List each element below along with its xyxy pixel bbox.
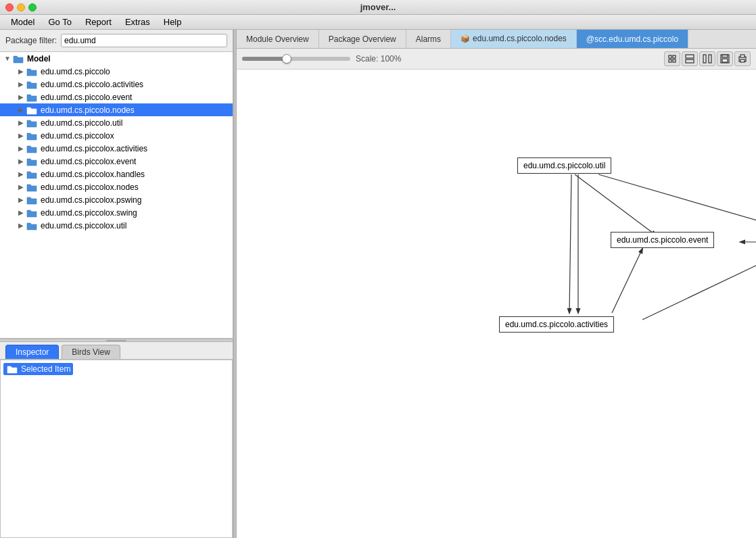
scale-value: 100% [381,54,402,64]
right-panel: Module Overview Package Overview Alarms … [237,30,756,538]
folder-icon-event [26,93,38,102]
tree-label-px-util: edu.umd.cs.piccolox.util [41,221,126,230]
svg-rect-4 [686,55,694,58]
item-chevron: ▶ [16,196,26,203]
svg-rect-10 [722,59,728,62]
scale-slider-track[interactable] [242,57,350,61]
scale-slider-thumb[interactable] [282,54,291,64]
tab-scc-piccolo[interactable]: @scc.edu.umd.cs.piccolo [577,30,688,48]
folder-icon-px-event [26,157,38,166]
tab-package-icon: 📦 [460,34,470,43]
svg-rect-3 [673,59,676,62]
scale-slider-fill [242,57,285,61]
main-content: Package filter: ▼ Model ▶ e [0,30,756,538]
tree-root-label: Model [27,54,51,64]
fit-to-window-button[interactable] [664,51,680,66]
tree-item-activities[interactable]: ▶ edu.umd.cs.piccolo.activities [0,78,233,91]
tab-birds-view[interactable]: Birds View [62,345,120,359]
item-chevron: ▶ [16,106,26,114]
tree-label-piccolox: edu.umd.cs.piccolox [41,131,114,141]
tree-item-piccolox-handles[interactable]: ▶ edu.umd.cs.piccolox.handles [0,168,233,180]
tree-label-px-swing: edu.umd.cs.piccolox.swing [41,208,137,218]
tab-edu-nodes[interactable]: 📦 edu.umd.cs.piccolo.nodes [451,30,577,48]
item-chevron: ▶ [16,132,26,139]
svg-rect-9 [722,55,728,57]
tree-label-px-nodes: edu.umd.cs.piccolox.nodes [41,182,139,192]
menu-help[interactable]: Help [158,16,187,28]
diagram-canvas[interactable]: edu.umd.cs.piccolo.util edu.umd.cs.picco… [237,70,756,538]
item-chevron: ▶ [16,222,26,229]
node-activities[interactable]: edu.umd.cs.piccolo.activities [499,316,614,333]
diagram-tabs: Module Overview Package Overview Alarms … [237,30,756,49]
folder-icon-px-pswing [26,195,38,205]
tree-item-piccolox-event[interactable]: ▶ edu.umd.cs.piccolox.event [0,155,233,168]
minimize-button[interactable] [17,3,25,11]
svg-line-14 [575,174,656,235]
node-event[interactable]: edu.umd.cs.piccolo.event [611,232,714,248]
package-filter-input[interactable] [61,34,227,47]
tree-item-nodes[interactable]: ▶ edu.umd.cs.piccolo.nodes [0,103,233,116]
tree-root[interactable]: ▼ Model [0,52,233,65]
columns-button[interactable] [699,51,715,66]
tree-item-piccolox[interactable]: ▶ edu.umd.cs.piccolox [0,129,233,142]
tree-item-piccolox-pswing[interactable]: ▶ edu.umd.cs.piccolox.pswing [0,193,233,206]
item-chevron: ▶ [16,170,26,178]
menu-report[interactable]: Report [80,16,117,28]
selected-item-badge: Selected Item [3,363,73,375]
node-event-label: edu.umd.cs.piccolo.event [617,235,708,245]
svg-rect-7 [709,55,711,63]
tree-item-piccolox-activities[interactable]: ▶ edu.umd.cs.piccolox.activities [0,142,233,155]
tree-label-px-activities: edu.umd.cs.piccolox.activities [41,144,147,153]
menu-goto[interactable]: Go To [43,16,76,28]
bottom-panel: Inspector Birds View Selected Item [0,342,233,538]
tree-item-util[interactable]: ▶ edu.umd.cs.piccolo.util [0,116,233,129]
svg-rect-0 [669,55,671,58]
tree-item-piccolox-util[interactable]: ▶ edu.umd.cs.piccolox.util [0,219,233,232]
titlebar: jmover... [0,0,756,15]
scale-tools [664,51,751,66]
svg-line-19 [642,249,756,320]
tree-label-piccolo: edu.umd.cs.piccolo [41,67,110,76]
tree-item-piccolo[interactable]: ▶ edu.umd.cs.piccolo [0,65,233,78]
tree-item-piccolox-swing[interactable]: ▶ edu.umd.cs.piccolox.swing [0,206,233,219]
tab-alarms[interactable]: Alarms [406,30,451,48]
inspector-content: Selected Item [0,360,233,538]
folder-icon-px-nodes [26,182,38,192]
node-util-label: edu.umd.cs.piccolo.util [523,161,605,170]
menu-model[interactable]: Model [5,16,40,28]
tree-view[interactable]: ▼ Model ▶ edu.umd.cs.piccolo ▶ [0,52,233,339]
svg-rect-13 [740,59,745,62]
tree-item-piccolox-nodes[interactable]: ▶ edu.umd.cs.piccolox.nodes [0,180,233,193]
traffic-lights [5,3,37,11]
save-button[interactable] [717,51,733,66]
folder-icon-activities [26,80,38,89]
maximize-button[interactable] [28,3,37,11]
tab-inspector[interactable]: Inspector [5,345,59,359]
scale-label: Scale: 100% [356,54,401,64]
tree-item-event[interactable]: ▶ edu.umd.cs.piccolo.event [0,91,233,103]
tab-module-overview[interactable]: Module Overview [237,30,319,48]
root-folder-icon [12,54,24,64]
node-activities-label: edu.umd.cs.piccolo.activities [505,320,608,329]
diagram-arrows [237,70,756,538]
folder-icon-px-activities [26,144,38,153]
node-util[interactable]: edu.umd.cs.piccolo.util [517,157,611,174]
tab-package-overview[interactable]: Package Overview [319,30,406,48]
item-chevron: ▶ [16,68,26,75]
svg-rect-5 [686,59,694,63]
item-chevron: ▶ [16,183,26,191]
folder-icon-nodes [26,105,38,115]
toggle-layout-button[interactable] [682,51,698,66]
tree-label-event: edu.umd.cs.piccolo.event [41,93,132,102]
scale-bar: Scale: 100% [237,49,756,70]
tab-edu-nodes-label: edu.umd.cs.piccolo.nodes [473,34,567,43]
folder-icon-px-handles [26,170,38,179]
item-chevron: ▶ [16,80,26,88]
tree-label-px-event: edu.umd.cs.piccolox.event [41,157,136,166]
menu-extras[interactable]: Extras [120,16,156,28]
selected-item-label: Selected Item [21,364,70,374]
svg-rect-2 [669,59,671,62]
print-button[interactable] [734,51,751,66]
svg-line-20 [612,249,642,313]
close-button[interactable] [5,3,14,11]
